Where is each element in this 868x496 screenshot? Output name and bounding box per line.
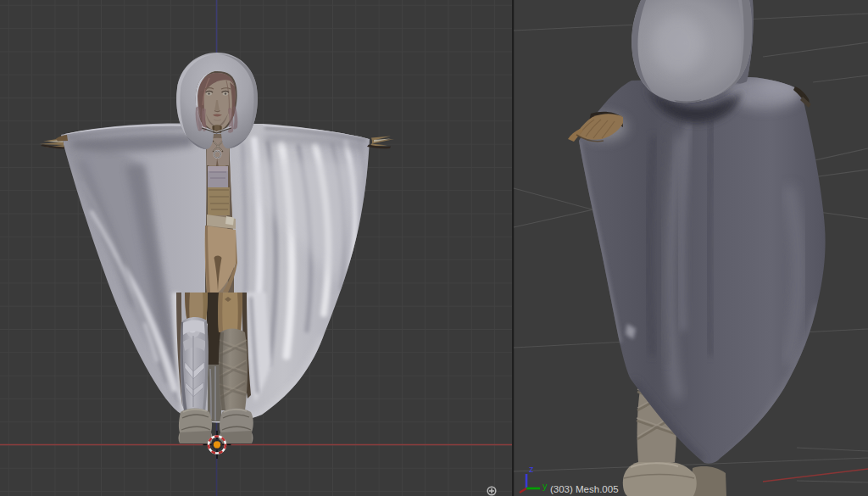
svg-text:z: z — [529, 464, 534, 474]
svg-text:y: y — [542, 481, 548, 491]
svg-text:(303) Mesh.005: (303) Mesh.005 — [550, 484, 619, 494]
